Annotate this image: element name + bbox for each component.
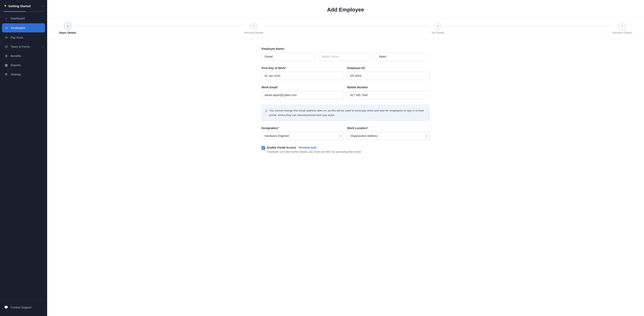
sidebar-item-reports[interactable]: ▦ Reports [0, 60, 47, 70]
work-location-label: Work Location* [347, 126, 430, 130]
required-indicator: * [277, 86, 278, 89]
reports-icon: ▦ [4, 63, 8, 67]
step-1-label: Basic Details [60, 31, 76, 34]
sidebar-item-contact-support[interactable]: 💬 Contact Support [0, 303, 47, 312]
required-indicator: * [367, 126, 368, 130]
work-email-field: Work Email* [262, 86, 344, 99]
contact-support-icon: 💬 [4, 305, 8, 309]
sidebar-item-label: Pay Runs [11, 36, 23, 39]
portal-access-sublabel: Employee can view his/her details, pay s… [267, 150, 362, 153]
mobile-number-label: Mobile Number [347, 86, 430, 89]
employee-id-field: Employee ID* [347, 66, 430, 80]
work-email-label: Work Email* [262, 86, 344, 89]
sidebar-header: ✦ Getting Started › [0, 0, 47, 11]
first-day-label: First Day of Work* [262, 66, 344, 70]
portal-access-label-row: Enable Portal Access Preview mail [267, 146, 362, 150]
employee-name-row [262, 52, 430, 61]
designation-label: Designation* [262, 126, 344, 130]
sidebar-item-label: Dashboard [11, 17, 25, 20]
taxes-expand-icon: › [42, 45, 43, 48]
mobile-number-input[interactable] [347, 91, 430, 99]
step-2-circle: 2 [250, 22, 257, 30]
step-connector-1-2 [76, 26, 244, 26]
sidebar-item-benefits[interactable]: ⊕ Benefits [0, 51, 47, 60]
page-title: Add Employee [47, 6, 644, 13]
designation-field: Designation* Hardware Engineer Software … [262, 126, 344, 140]
step-2-label: Personal Details [244, 31, 264, 34]
page-header: Add Employee [47, 0, 644, 18]
step-3-circle: 3 [434, 22, 441, 30]
portal-access-label-block: Enable Portal Access Preview mail Employ… [267, 146, 362, 153]
email-info-box: ℹ You cannot change this Email address l… [262, 105, 430, 121]
mobile-number-field: Mobile Number [347, 86, 430, 99]
sidebar-item-label: Contact Support [11, 306, 31, 309]
brand-star-icon: ✦ [4, 4, 7, 8]
info-text: You cannot change this Email address lat… [269, 108, 426, 117]
step-connector-3-4 [444, 26, 612, 26]
sidebar-item-label: Settings [11, 73, 21, 76]
portal-access-checkbox[interactable] [262, 146, 265, 150]
work-email-mobile-row: Work Email* Mobile Number [262, 86, 430, 99]
step-connector-2-3 [264, 26, 431, 26]
step-1-circle: 1 [64, 22, 71, 30]
sidebar-item-label: Reports [11, 64, 21, 67]
form-area: Employee Name* First Day of Work* [253, 39, 438, 171]
sidebar-item-employees[interactable]: ☺ Employees [2, 23, 45, 32]
sidebar-collapse-icon[interactable]: › [42, 4, 44, 8]
employee-name-label: Employee Name* [262, 47, 430, 50]
last-name-input[interactable] [376, 52, 430, 61]
info-icon: ℹ [266, 108, 267, 113]
main-content: Add Employee 1 Basic Details 2 Personal … [47, 0, 644, 316]
stepper: 1 Basic Details 2 Personal Details 3 Tax… [47, 18, 644, 39]
payruns-icon: ⊙ [4, 36, 8, 39]
step-3[interactable]: 3 Tax Details [431, 22, 444, 34]
work-email-input[interactable] [262, 91, 344, 99]
employee-id-input[interactable] [347, 72, 430, 80]
employee-id-label: Employee ID* [347, 66, 430, 70]
middle-name-input[interactable] [319, 52, 373, 61]
portal-access-row: Enable Portal Access Preview mail Employ… [262, 146, 430, 153]
designation-location-row: Designation* Hardware Engineer Software … [262, 126, 430, 140]
required-indicator: * [364, 66, 366, 70]
sidebar-item-label: Employees [11, 26, 25, 30]
sidebar-item-dashboard[interactable]: ○ Dashboard [0, 14, 47, 23]
taxes-icon: ⊡ [4, 45, 8, 48]
step-4[interactable]: 4 Payment Details [612, 22, 632, 34]
first-name-field [262, 52, 316, 61]
brand-name: Getting Started [8, 4, 30, 8]
work-email-mobile-group: Work Email* Mobile Number [262, 86, 430, 99]
dashboard-icon: ○ [4, 16, 8, 20]
step-1[interactable]: 1 Basic Details [60, 22, 76, 34]
sidebar-item-label: Benefits [11, 54, 21, 58]
sidebar-item-pay-runs[interactable]: ⊙ Pay Runs [0, 33, 47, 42]
middle-name-field [319, 52, 373, 61]
first-day-input[interactable] [262, 72, 344, 80]
step-4-circle: 4 [618, 22, 626, 30]
work-location-field: Work Location* Organization Address Remo… [347, 126, 430, 140]
step-3-label: Tax Details [431, 31, 444, 34]
last-name-field [376, 52, 430, 61]
work-location-select[interactable]: Organization Address Remote Other [347, 132, 430, 140]
preview-mail-link[interactable]: Preview mail [299, 146, 316, 149]
benefits-icon: ⊕ [4, 54, 8, 58]
employees-icon: ☺ [4, 26, 8, 30]
step-4-label: Payment Details [612, 31, 632, 34]
required-indicator: * [284, 47, 285, 50]
designation-location-group: Designation* Hardware Engineer Software … [262, 126, 430, 140]
employee-name-group: Employee Name* [262, 47, 430, 61]
sidebar-brand[interactable]: ✦ Getting Started [4, 4, 30, 8]
settings-icon: ⚙ [4, 72, 8, 76]
first-day-employee-id-group: First Day of Work* Employee ID* [262, 66, 430, 80]
required-indicator: * [278, 126, 279, 130]
sidebar-item-taxes-forms[interactable]: ⊡ Taxes & Forms › [0, 42, 47, 51]
first-name-input[interactable] [262, 52, 316, 61]
sidebar-nav: ○ Dashboard ☺ Employees ⊙ Pay Runs ⊡ Tax… [0, 12, 47, 300]
designation-select[interactable]: Hardware Engineer Software Engineer Mana… [262, 132, 344, 140]
step-2[interactable]: 2 Personal Details [244, 22, 264, 34]
first-day-field: First Day of Work* [262, 66, 344, 80]
sidebar: ✦ Getting Started › ○ Dashboard ☺ Employ… [0, 0, 47, 316]
sidebar-bottom: 💬 Contact Support [0, 300, 47, 316]
work-location-select-wrapper: Organization Address Remote Other ▾ [347, 132, 430, 140]
sidebar-item-settings[interactable]: ⚙ Settings [0, 70, 47, 79]
required-indicator: * [285, 66, 286, 70]
